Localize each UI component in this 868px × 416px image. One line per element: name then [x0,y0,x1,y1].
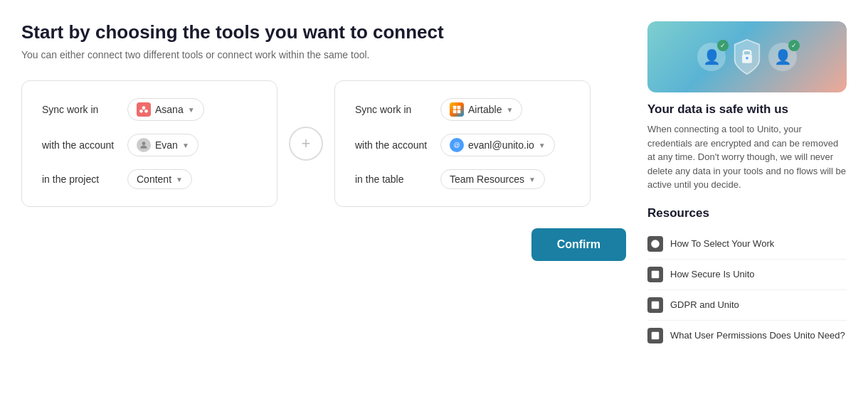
safety-title: Your data is safe with us [647,102,847,117]
person-right-figure: 👤 ✓ [768,43,797,71]
left-account-chevron: ▼ [182,142,189,149]
person-right-icon: 👤 [774,48,792,65]
svg-rect-12 [652,301,660,309]
left-project-chevron: ▼ [176,176,183,183]
check-badge-left: ✓ [717,40,729,51]
safety-image: 👤 ✓ 👤 ✓ [647,21,847,92]
right-table-chevron: ▼ [529,176,536,183]
resources-list: How To Select Your Work How Secure Is Un… [647,229,847,351]
right-connector-card: Sync work in Airtable ▼ with the [334,80,591,207]
plus-connector: + [289,127,323,161]
asana-icon [137,102,151,117]
resource-link-1: How Secure Is Unito [670,269,755,279]
page-title: Start by choosing the tools you want to … [21,21,626,43]
left-project-label: in the project [42,174,120,185]
left-project-dropdown[interactable]: Content ▼ [127,169,192,189]
check-badge-right: ✓ [788,40,800,51]
safety-image-inner: 👤 ✓ 👤 ✓ [647,21,847,92]
confirm-row: Confirm [21,228,626,261]
left-account-dropdown[interactable]: Evan ▼ [127,134,199,156]
right-account-chevron: ▼ [539,142,546,149]
right-tool-chevron: ▼ [506,106,513,114]
left-sync-row: Sync work in Asana ▼ [42,98,257,121]
lock-shield-figure [731,38,763,75]
svg-rect-11 [652,270,660,278]
svg-point-3 [142,142,146,145]
confirm-button[interactable]: Confirm [531,228,626,261]
shield-lock-icon [731,38,763,75]
left-user-avatar [137,138,151,152]
right-account-row: with the account @ evanl@unito.io ▼ [355,134,570,156]
left-tool-name: Asana [155,104,184,115]
svg-point-0 [142,106,146,110]
resource-item-1[interactable]: How Secure Is Unito [647,260,847,290]
svg-rect-4 [453,106,457,110]
airtable-icon [450,102,464,117]
right-tool-name: Airtable [468,104,502,115]
resource-item-0[interactable]: How To Select Your Work [647,229,847,260]
resource-link-2: GDPR and Unito [670,299,739,310]
svg-rect-5 [457,106,461,110]
right-sync-label: Sync work in [355,104,433,115]
svg-point-9 [746,57,748,59]
resource-link-0: How To Select Your Work [670,238,774,249]
connectors-row: Sync work in Asana ▼ with the account [21,80,626,207]
left-connector-card: Sync work in Asana ▼ with the account [21,80,277,207]
sidebar: 👤 ✓ 👤 ✓ Your data is safe with us When c… [647,21,847,395]
safety-description: When connecting a tool to Unito, your cr… [647,122,847,192]
right-account-label: with the account [355,139,433,151]
person-left-icon: 👤 [703,48,721,65]
svg-rect-7 [457,110,461,114]
left-project-name: Content [137,174,171,185]
left-account-label: with the account [42,139,120,151]
main-content: Start by choosing the tools you want to … [21,21,626,395]
resources-title: Resources [647,206,847,220]
right-table-dropdown[interactable]: Team Resources ▼ [440,169,545,189]
left-account-name: Evan [155,139,178,151]
right-table-name: Team Resources [450,174,524,185]
left-account-row: with the account Evan ▼ [42,134,257,156]
left-project-row: in the project Content ▼ [42,169,257,189]
left-tool-chevron: ▼ [188,106,195,114]
resource-icon-0 [647,236,663,252]
right-tool-dropdown[interactable]: Airtable ▼ [440,98,522,121]
right-account-dropdown[interactable]: @ evanl@unito.io ▼ [440,134,555,156]
resource-item-2[interactable]: GDPR and Unito [647,290,847,321]
resource-icon-1 [647,267,663,282]
svg-point-2 [144,110,148,113]
page-subtitle: You can either connect two different too… [21,49,626,60]
right-email-icon: @ [450,138,464,152]
resource-icon-3 [647,328,663,343]
resource-icon-2 [647,297,663,313]
left-tool-dropdown[interactable]: Asana ▼ [127,98,204,121]
svg-point-1 [139,110,143,113]
right-account-name: evanl@unito.io [468,139,534,151]
person-left-figure: 👤 ✓ [697,43,726,71]
right-table-row: in the table Team Resources ▼ [355,169,570,189]
plus-icon: + [302,134,311,153]
left-sync-label: Sync work in [42,104,120,115]
svg-rect-6 [453,110,457,114]
right-sync-row: Sync work in Airtable ▼ [355,98,570,121]
svg-rect-13 [652,331,660,339]
svg-point-10 [651,240,660,248]
resource-item-3[interactable]: What User Permissions Does Unito Need? [647,321,847,351]
resource-link-3: What User Permissions Does Unito Need? [670,330,845,341]
right-table-label: in the table [355,174,433,185]
